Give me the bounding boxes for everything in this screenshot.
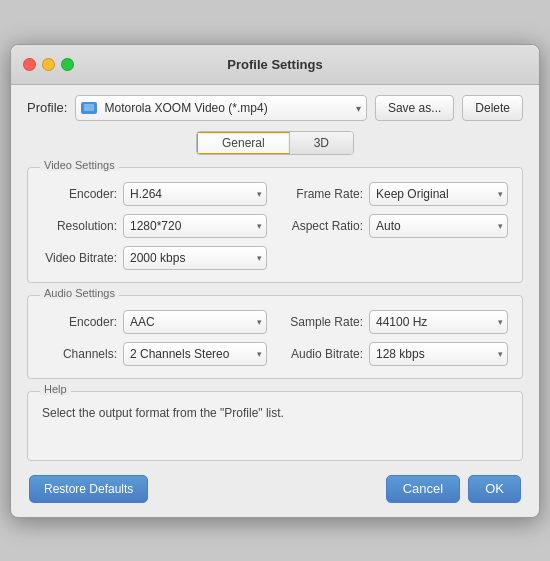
- video-settings-grid: Encoder: H.264 ▾ Frame Rate: Keep Origin…: [42, 178, 508, 270]
- help-section: Help Select the output format from the "…: [27, 391, 523, 461]
- profile-icon: [81, 102, 97, 114]
- window-content: Profile: Motorola XOOM Video (*.mp4) ▾ S…: [11, 85, 539, 517]
- help-title: Help: [40, 383, 71, 395]
- close-button[interactable]: [23, 58, 36, 71]
- aspect-label: Aspect Ratio:: [283, 219, 363, 233]
- video-settings-title: Video Settings: [40, 159, 119, 171]
- profile-select-wrapper: Motorola XOOM Video (*.mp4) ▾: [75, 95, 366, 121]
- samplerate-select[interactable]: 44100 Hz: [369, 310, 508, 334]
- help-text: Select the output format from the "Profi…: [42, 406, 508, 420]
- framerate-select[interactable]: Keep Original: [369, 182, 508, 206]
- channels-select[interactable]: 2 Channels Stereo: [123, 342, 267, 366]
- resolution-select[interactable]: 1280*720: [123, 214, 267, 238]
- aspect-select[interactable]: Auto: [369, 214, 508, 238]
- resolution-label: Resolution:: [42, 219, 117, 233]
- audio-encoder-select[interactable]: AAC: [123, 310, 267, 334]
- video-bitrate-label: Video Bitrate:: [42, 251, 117, 265]
- audio-encoder-row: Encoder: AAC ▾: [42, 310, 267, 334]
- window-title: Profile Settings: [227, 57, 322, 72]
- channels-select-wrapper: 2 Channels Stereo ▾: [123, 342, 267, 366]
- tabs-row: General 3D: [27, 131, 523, 155]
- audio-settings-section: Audio Settings Encoder: AAC ▾ Sample Rat…: [27, 295, 523, 379]
- samplerate-label: Sample Rate:: [283, 315, 363, 329]
- video-encoder-select-wrapper: H.264 ▾: [123, 182, 267, 206]
- framerate-label: Frame Rate:: [283, 187, 363, 201]
- minimize-button[interactable]: [42, 58, 55, 71]
- framerate-row: Frame Rate: Keep Original ▾: [283, 182, 508, 206]
- resolution-row: Resolution: 1280*720 ▾: [42, 214, 267, 238]
- titlebar: Profile Settings: [11, 45, 539, 85]
- tab-general[interactable]: General: [197, 132, 290, 154]
- restore-defaults-button[interactable]: Restore Defaults: [29, 475, 148, 503]
- cancel-button[interactable]: Cancel: [386, 475, 460, 503]
- video-settings-section: Video Settings Encoder: H.264 ▾ Frame Ra…: [27, 167, 523, 283]
- bottom-right-buttons: Cancel OK: [386, 475, 521, 503]
- audio-bitrate-row: Audio Bitrate: 128 kbps ▾: [283, 342, 508, 366]
- ok-button[interactable]: OK: [468, 475, 521, 503]
- channels-label: Channels:: [42, 347, 117, 361]
- audio-bitrate-select-wrapper: 128 kbps ▾: [369, 342, 508, 366]
- video-encoder-select[interactable]: H.264: [123, 182, 267, 206]
- saveas-button[interactable]: Save as...: [375, 95, 454, 121]
- samplerate-row: Sample Rate: 44100 Hz ▾: [283, 310, 508, 334]
- samplerate-select-wrapper: 44100 Hz ▾: [369, 310, 508, 334]
- framerate-select-wrapper: Keep Original ▾: [369, 182, 508, 206]
- delete-button[interactable]: Delete: [462, 95, 523, 121]
- audio-settings-grid: Encoder: AAC ▾ Sample Rate: 44100 Hz: [42, 306, 508, 366]
- audio-bitrate-select[interactable]: 128 kbps: [369, 342, 508, 366]
- resolution-select-wrapper: 1280*720 ▾: [123, 214, 267, 238]
- maximize-button[interactable]: [61, 58, 74, 71]
- channels-row: Channels: 2 Channels Stereo ▾: [42, 342, 267, 366]
- profile-icon-inner: [84, 104, 94, 111]
- video-bitrate-select[interactable]: 2000 kbps: [123, 246, 267, 270]
- audio-bitrate-label: Audio Bitrate:: [283, 347, 363, 361]
- aspect-select-wrapper: Auto ▾: [369, 214, 508, 238]
- audio-settings-title: Audio Settings: [40, 287, 119, 299]
- bottom-row: Restore Defaults Cancel OK: [27, 475, 523, 503]
- video-encoder-row: Encoder: H.264 ▾: [42, 182, 267, 206]
- video-bitrate-select-wrapper: 2000 kbps ▾: [123, 246, 267, 270]
- window-controls: [23, 58, 74, 71]
- aspect-row: Aspect Ratio: Auto ▾: [283, 214, 508, 238]
- audio-encoder-select-wrapper: AAC ▾: [123, 310, 267, 334]
- tabs-container: General 3D: [196, 131, 354, 155]
- profile-settings-window: Profile Settings Profile: Motorola XOOM …: [10, 44, 540, 518]
- tab-3d[interactable]: 3D: [290, 132, 353, 154]
- profile-select[interactable]: Motorola XOOM Video (*.mp4): [75, 95, 366, 121]
- audio-encoder-label: Encoder:: [42, 315, 117, 329]
- video-encoder-label: Encoder:: [42, 187, 117, 201]
- video-bitrate-row: Video Bitrate: 2000 kbps ▾: [42, 246, 267, 270]
- profile-label: Profile:: [27, 100, 67, 115]
- profile-row: Profile: Motorola XOOM Video (*.mp4) ▾ S…: [27, 95, 523, 121]
